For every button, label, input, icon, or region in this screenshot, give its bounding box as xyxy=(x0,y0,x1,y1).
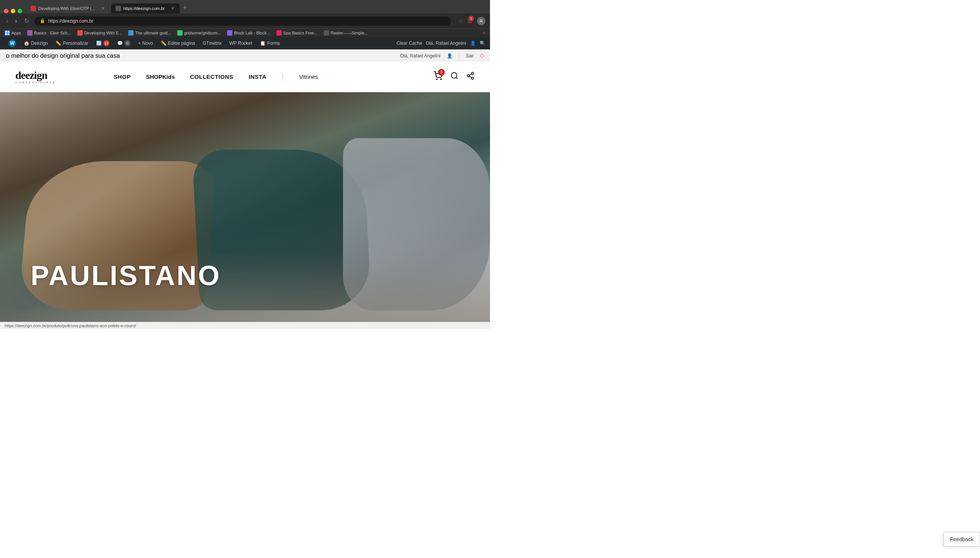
bookmark-ultimate[interactable]: The ultimate guid... xyxy=(128,30,171,36)
nav-insta[interactable]: INSTA xyxy=(249,74,266,80)
tab-close-2[interactable]: ✕ xyxy=(170,6,175,11)
bookmark-ultimate-label: The ultimate guid... xyxy=(135,31,171,35)
wp-novo-icon: + xyxy=(138,41,141,46)
person-icon[interactable]: 👤 xyxy=(470,41,476,46)
wp-home-icon: 🏠 xyxy=(24,41,30,46)
wp-personalizar-label: Personalizar xyxy=(63,41,89,46)
site-header: deezign CONCEPT PLACE SHOP SHOPKids COLL… xyxy=(0,62,490,92)
wp-editar-icon: ✏️ xyxy=(161,41,166,46)
tab-1[interactable]: Developing With Elixir/OTP | The Pragmat… xyxy=(26,3,110,13)
bookmark-developing-label: Developing With E... xyxy=(84,31,123,35)
wp-novo[interactable]: + Novo xyxy=(135,37,157,49)
bookmark-spa[interactable]: Spa Basics Free... xyxy=(276,30,318,36)
hero-section: PAULISTANO xyxy=(0,92,490,322)
svg-rect-0 xyxy=(5,31,7,33)
bookmark-spa-label: Spa Basics Free... xyxy=(283,31,318,35)
logo-subtitle: CONCEPT PLACE xyxy=(15,81,56,84)
cart-button[interactable]: 0 xyxy=(433,71,443,83)
search-icon xyxy=(450,72,459,80)
user-name[interactable]: Olá, Rafael Angelini xyxy=(426,41,466,46)
tab-2-active[interactable]: https://deezign.com.br ✕ xyxy=(111,3,180,13)
nav-vitrines[interactable]: Vitrines xyxy=(299,74,318,80)
wp-admin-items: W 🏠 Deezign ✏️ Personalizar 🔄 12 💬 0 + N… xyxy=(5,37,397,49)
wp-updates-count: 12 xyxy=(103,40,110,46)
forward-button[interactable]: › xyxy=(13,16,18,26)
site-user-name: Olá, Rafael Angelini xyxy=(400,53,440,59)
bookmark-blocklab-label: Block Lab - Block... xyxy=(234,31,270,35)
wp-gtmetrix-label: GTmetrix xyxy=(202,41,221,46)
logo-text: deezign xyxy=(15,69,56,82)
svg-rect-2 xyxy=(5,33,7,35)
hero-title: PAULISTANO xyxy=(31,260,221,291)
apps-favicon xyxy=(5,30,10,36)
traffic-lights xyxy=(0,7,26,13)
search-button[interactable] xyxy=(450,72,459,82)
maximize-button[interactable] xyxy=(18,9,22,13)
wp-forms[interactable]: 📋 Forms xyxy=(256,37,284,49)
back-button[interactable]: ‹ xyxy=(5,16,10,26)
tab-close-1[interactable]: ✕ xyxy=(100,6,106,11)
share-button[interactable] xyxy=(466,72,475,82)
wp-admin-right: Clear Cache Olá, Rafael Angelini 👤 🔍 xyxy=(397,41,486,46)
bookmark-apps-label: Apps xyxy=(11,31,21,35)
wp-rocket[interactable]: WP Rocket xyxy=(225,37,256,49)
nav-collections[interactable]: COLLECTIONS xyxy=(190,74,233,80)
wp-logo-button[interactable]: W xyxy=(5,37,20,49)
bookmarks-bar: Apps Basics · Elixir Sch... Developing W… xyxy=(0,28,490,37)
reload-button[interactable]: ↻ xyxy=(23,16,31,26)
logout-icon: ⬡ xyxy=(480,53,484,59)
profile-avatar[interactable]: R xyxy=(477,17,486,25)
wp-personalizar[interactable]: ✏️ Personalizar xyxy=(52,37,92,49)
wp-site-name[interactable]: 🏠 Deezign xyxy=(20,37,52,49)
wp-icon: W xyxy=(8,39,16,47)
bookmark-apps[interactable]: Apps xyxy=(5,30,21,36)
close-button[interactable] xyxy=(4,9,8,13)
svg-rect-3 xyxy=(8,33,9,35)
wp-comments[interactable]: 💬 0 xyxy=(113,37,135,49)
wp-comment-icon: 💬 xyxy=(117,41,123,46)
svg-point-7 xyxy=(472,72,474,74)
bookmarks-more-button[interactable]: » xyxy=(483,30,486,36)
browser-status-bar: https://deezign.com.br/produto/poltrona-… xyxy=(0,322,490,329)
site-logo[interactable]: deezign CONCEPT PLACE xyxy=(15,69,56,84)
site-nav: SHOP SHOPKids COLLECTIONS INSTA | Vitrin… xyxy=(114,72,318,81)
star-icon[interactable]: ☆ xyxy=(458,18,463,25)
gridsome-favicon xyxy=(177,30,182,36)
hero-text-block: PAULISTANO xyxy=(31,260,221,291)
wp-gtmetrix[interactable]: GTmetrix xyxy=(199,37,225,49)
logout-button[interactable]: Sair xyxy=(466,53,474,59)
nav-divider: | xyxy=(282,72,284,81)
svg-point-5 xyxy=(441,79,442,80)
bookmark-basics[interactable]: Basics · Elixir Sch... xyxy=(27,30,71,36)
wp-site-label: Deezign xyxy=(31,41,48,46)
bookmark-gridsome[interactable]: gridsome/gridsom... xyxy=(177,30,221,36)
cart-badge: 0 xyxy=(438,69,445,76)
search-icon[interactable]: 🔍 xyxy=(480,41,486,46)
minimize-button[interactable] xyxy=(11,9,15,13)
nav-shop[interactable]: SHOP xyxy=(114,74,131,80)
bookmark-raster[interactable]: Raster——Simple... xyxy=(324,30,368,36)
wp-updates[interactable]: 🔄 12 xyxy=(92,37,113,49)
wp-update-icon: 🔄 xyxy=(96,41,102,46)
nav-shopkids[interactable]: SHOPKids xyxy=(146,74,175,80)
status-url: https://deezign.com.br/produto/poltrona-… xyxy=(5,323,136,328)
new-tab-button[interactable]: + xyxy=(180,2,190,13)
wp-editar-pagina[interactable]: ✏️ Editar página xyxy=(157,37,199,49)
extensions-icon[interactable]: ⊞ 1 xyxy=(468,17,473,25)
url-text: https://deezign.com.br xyxy=(48,18,446,24)
url-bar[interactable]: 🔒 https://deezign.com.br xyxy=(34,16,451,26)
bookmark-blocklab[interactable]: Block Lab - Block... xyxy=(227,30,270,36)
clear-cache-button[interactable]: Clear Cache xyxy=(397,41,422,46)
ultimate-favicon xyxy=(128,30,134,36)
tagline-text: o melhor do design original para sua cas… xyxy=(6,53,120,59)
address-right-icons: ☆ ⊞ 1 R xyxy=(458,17,486,25)
bookmark-gridsome-label: gridsome/gridsom... xyxy=(184,31,221,35)
bookmark-developing[interactable]: Developing With E... xyxy=(77,30,123,36)
raster-favicon xyxy=(324,30,329,36)
blocklab-favicon xyxy=(227,30,232,36)
wp-edit-icon: ✏️ xyxy=(56,41,61,46)
site-user-icon: 👤 xyxy=(447,53,453,59)
svg-point-8 xyxy=(468,75,470,77)
wp-editar-label: Editar página xyxy=(168,41,195,46)
address-bar: ‹ › ↻ 🔒 https://deezign.com.br ☆ ⊞ 1 R xyxy=(0,13,490,28)
